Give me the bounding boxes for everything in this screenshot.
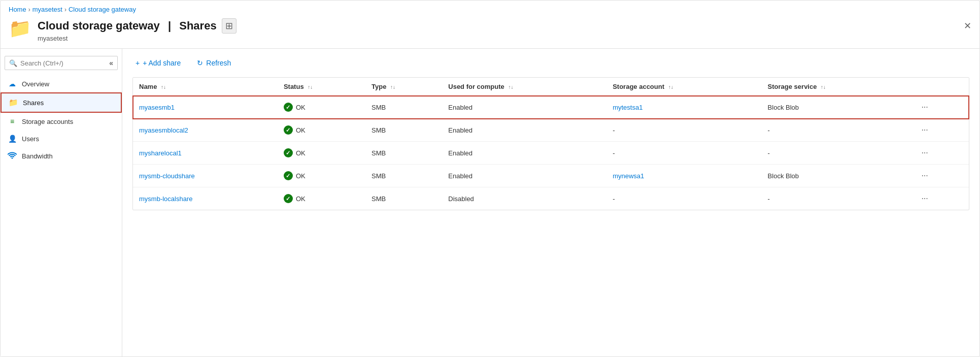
breadcrumb-home[interactable]: Home: [9, 6, 26, 13]
share-name-link[interactable]: mysmb-localshare: [139, 195, 192, 203]
cell-actions[interactable]: ···: [911, 165, 969, 187]
status-ok-icon: [284, 125, 293, 135]
list-icon: ≡: [8, 117, 17, 125]
sidebar-item-bandwidth-label: Bandwidth: [22, 152, 53, 160]
sidebar: 🔍 « ☁ Overview 📁 Shares ≡ Storage accoun…: [1, 49, 122, 356]
cell-name[interactable]: mysharelocal1: [133, 142, 278, 165]
share-name-link[interactable]: myasesmblocal2: [139, 126, 188, 134]
sidebar-item-storage-accounts[interactable]: ≡ Storage accounts: [1, 113, 122, 130]
breadcrumb: Home › myasetest › Cloud storage gateway: [1, 1, 979, 16]
table-row[interactable]: mysmb-cloudshareOKSMBEnabledmynewsa1Bloc…: [133, 165, 969, 187]
breadcrumb-myasetest[interactable]: myasetest: [32, 6, 62, 13]
table-row[interactable]: myasesmb1OKSMBEnabledmytestsa1Block Blob…: [133, 96, 969, 119]
cell-used-for-compute: Enabled: [442, 119, 606, 142]
row-actions-button[interactable]: ···: [917, 192, 932, 205]
table-row[interactable]: mysharelocal1OKSMBEnabled--···: [133, 142, 969, 165]
col-header-actions: [911, 78, 969, 96]
cell-storage-service: -: [762, 187, 911, 210]
user-icon: 👤: [8, 135, 17, 143]
cell-status: OK: [278, 96, 365, 119]
sidebar-item-users[interactable]: 👤 Users: [1, 130, 122, 147]
cell-storage-service: -: [762, 119, 911, 142]
sidebar-item-shares[interactable]: 📁 Shares: [1, 92, 122, 113]
table-row[interactable]: mysmb-localshareOKSMBDisabled--···: [133, 187, 969, 210]
search-input[interactable]: [20, 59, 106, 67]
cell-status: OK: [278, 187, 365, 210]
sidebar-item-overview[interactable]: ☁ Overview: [1, 75, 122, 92]
collapse-sidebar-button[interactable]: «: [109, 59, 113, 67]
cell-actions[interactable]: ···: [911, 187, 969, 210]
sidebar-item-overview-label: Overview: [22, 80, 49, 88]
search-icon: 🔍: [9, 59, 17, 67]
cell-status: OK: [278, 165, 365, 187]
subtitle: myasetest: [38, 35, 236, 42]
cell-used-for-compute: Enabled: [442, 165, 606, 187]
col-header-storage-service[interactable]: Storage service ↑↓: [762, 78, 911, 96]
row-actions-button[interactable]: ···: [917, 101, 932, 113]
cell-type: SMB: [365, 187, 442, 210]
storage-account-link[interactable]: mynewsa1: [613, 172, 644, 180]
sort-arrows-status[interactable]: ↑↓: [308, 84, 313, 90]
search-box[interactable]: 🔍 «: [5, 56, 118, 70]
page-title: Cloud storage gateway | Shares ⊞: [38, 18, 236, 34]
body-layout: 🔍 « ☁ Overview 📁 Shares ≡ Storage accoun…: [1, 49, 979, 356]
cell-storage-account[interactable]: mytestsa1: [606, 96, 761, 119]
sort-arrows-compute[interactable]: ↑↓: [508, 84, 513, 90]
cell-storage-account: -: [606, 142, 761, 165]
cell-storage-account[interactable]: mynewsa1: [606, 165, 761, 187]
refresh-button[interactable]: ↻ Refresh: [194, 57, 234, 69]
share-name-link[interactable]: mysmb-cloudshare: [139, 172, 195, 180]
breadcrumb-sep-2: ›: [64, 6, 66, 13]
cell-name[interactable]: mysmb-localshare: [133, 187, 278, 210]
status-ok-icon: [284, 171, 293, 180]
cell-name[interactable]: myasesmb1: [133, 96, 278, 119]
cell-actions[interactable]: ···: [911, 119, 969, 142]
col-header-status[interactable]: Status ↑↓: [278, 78, 365, 96]
row-actions-button[interactable]: ···: [917, 124, 932, 136]
shares-table-wrapper: Name ↑↓ Status ↑↓ Type ↑↓: [132, 77, 969, 210]
folder-icon: 📁: [9, 98, 18, 107]
storage-account-link[interactable]: mytestsa1: [613, 104, 643, 111]
cell-storage-service: -: [762, 142, 911, 165]
sort-arrows-type[interactable]: ↑↓: [390, 84, 395, 90]
status-text: OK: [296, 149, 306, 157]
resource-icon: 📁: [9, 19, 31, 38]
col-header-used-for-compute[interactable]: Used for compute ↑↓: [442, 78, 606, 96]
cell-actions[interactable]: ···: [911, 142, 969, 165]
cloud-icon: ☁: [8, 80, 17, 88]
table-row[interactable]: myasesmblocal2OKSMBEnabled--···: [133, 119, 969, 142]
sort-arrows-storage-service[interactable]: ↑↓: [821, 84, 826, 90]
row-actions-button[interactable]: ···: [917, 170, 932, 182]
cell-type: SMB: [365, 165, 442, 187]
table-header-row: Name ↑↓ Status ↑↓ Type ↑↓: [133, 78, 969, 96]
cell-name[interactable]: myasesmblocal2: [133, 119, 278, 142]
status-ok-icon: [284, 194, 293, 203]
breadcrumb-current[interactable]: Cloud storage gateway: [69, 6, 136, 13]
col-header-name[interactable]: Name ↑↓: [133, 78, 278, 96]
cell-status: OK: [278, 142, 365, 165]
cell-status: OK: [278, 119, 365, 142]
sidebar-item-storage-accounts-label: Storage accounts: [22, 118, 73, 125]
share-name-link[interactable]: mysharelocal1: [139, 149, 182, 157]
close-button[interactable]: ✕: [964, 20, 971, 31]
share-name-link[interactable]: myasesmb1: [139, 104, 175, 111]
cell-name[interactable]: mysmb-cloudshare: [133, 165, 278, 187]
col-header-type[interactable]: Type ↑↓: [365, 78, 442, 96]
sort-arrows-name[interactable]: ↑↓: [161, 84, 166, 90]
status-text: OK: [296, 104, 306, 111]
cell-type: SMB: [365, 119, 442, 142]
refresh-icon: ↻: [197, 59, 203, 67]
shares-table: Name ↑↓ Status ↑↓ Type ↑↓: [133, 78, 969, 210]
col-header-storage-account[interactable]: Storage account ↑↓: [606, 78, 761, 96]
toolbar: + + Add share ↻ Refresh: [132, 57, 969, 69]
cell-type: SMB: [365, 96, 442, 119]
sort-arrows-storage-account[interactable]: ↑↓: [668, 84, 673, 90]
sidebar-item-bandwidth[interactable]: Bandwidth: [1, 147, 122, 165]
add-share-label: + Add share: [143, 59, 181, 67]
row-actions-button[interactable]: ···: [917, 147, 932, 159]
status-text: OK: [296, 172, 306, 180]
cell-actions[interactable]: ···: [911, 96, 969, 119]
pin-button[interactable]: ⊞: [222, 18, 236, 34]
cell-used-for-compute: Enabled: [442, 96, 606, 119]
add-share-button[interactable]: + + Add share: [132, 57, 184, 69]
